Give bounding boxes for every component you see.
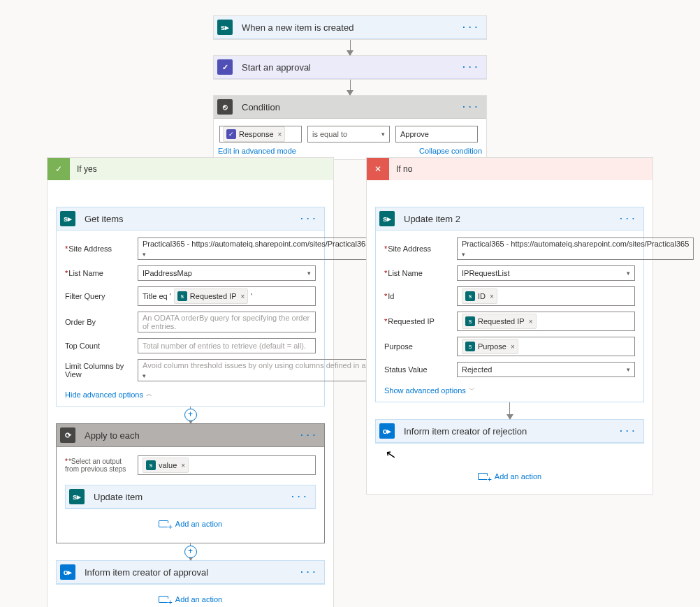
select-output-label: *Select an output from previous steps — [65, 458, 132, 473]
list-name-select[interactable]: IPaddressMap ▾ — [138, 265, 316, 281]
condition-menu-icon[interactable]: · · · — [458, 102, 482, 112]
token-remove-icon[interactable]: × — [527, 318, 533, 326]
token-response[interactable]: ✓ Response × — [223, 126, 285, 142]
approval-menu-icon[interactable]: · · · — [458, 62, 482, 72]
add-action-label: Add an action — [175, 595, 222, 604]
token-remove-icon[interactable]: × — [509, 343, 515, 351]
requested-ip-input[interactable]: s Requested IP × — [457, 312, 635, 331]
hide-advanced-text: Hide advanced options — [65, 390, 143, 399]
show-advanced-link[interactable]: Show advanced options ﹀ — [384, 383, 635, 397]
arrow: + — [56, 543, 325, 560]
order-by-input[interactable]: An ODATA orderBy query for specifying th… — [138, 312, 316, 332]
top-count-input[interactable]: Total number of entries to retrieve (def… — [138, 338, 316, 353]
add-action-button[interactable]: Add an action — [56, 585, 325, 604]
site-address-select[interactable]: Practical365 - https://automateiq.sharep… — [138, 237, 374, 260]
add-step-icon[interactable]: + — [184, 546, 197, 558]
update-item-2-menu-icon[interactable]: · · · — [615, 214, 639, 224]
token-remove-icon[interactable]: × — [180, 462, 185, 469]
update-item-title: Update item — [88, 492, 287, 502]
field-label: Status Value — [384, 365, 451, 374]
chevron-down-icon: ▾ — [627, 366, 630, 373]
purpose-input[interactable]: s Purpose × — [457, 337, 635, 356]
inform-rejection-menu-icon[interactable]: · · · — [615, 426, 639, 436]
token-label: value — [159, 461, 177, 469]
sharepoint-icon: s▸ — [57, 207, 79, 230]
filter-query-input[interactable]: Title eq ' s Requested IP × ' — [138, 286, 316, 306]
top-flow-stack: s▸ When a new item is created · · · ✓ St… — [213, 15, 487, 160]
select-output-input[interactable]: s value × — [138, 455, 316, 475]
edit-advanced-link[interactable]: Edit in advanced mode — [218, 147, 296, 155]
update-item-2-card[interactable]: s▸ Update item 2 · · · Site Address Prac… — [375, 207, 644, 402]
condition-icon: ⎋ — [214, 96, 236, 118]
token-id[interactable]: s ID × — [462, 288, 497, 304]
right-value-text: Approve — [400, 130, 429, 138]
id-input[interactable]: s ID × — [457, 286, 635, 306]
chevron-down-icon: ▾ — [462, 251, 465, 258]
chevron-up-icon: ︿ — [146, 390, 152, 399]
token-requested-ip[interactable]: s Requested IP × — [462, 314, 537, 329]
token-label: Purpose — [478, 342, 506, 351]
token-label: Response — [239, 130, 274, 138]
add-step-icon[interactable]: + — [184, 409, 197, 421]
sharepoint-icon: s▸ — [376, 207, 398, 230]
sharepoint-icon: s▸ — [214, 16, 236, 38]
site-address-value: Practical365 - https://automateiq.sharep… — [143, 240, 370, 248]
condition-operator-select[interactable]: is equal to ▾ — [307, 126, 390, 142]
check-icon: ✓ — [48, 158, 70, 180]
site-address-select[interactable]: Practical365 - https://automateiq.sharep… — [457, 237, 694, 260]
token-remove-icon[interactable]: × — [277, 131, 282, 138]
arrow — [213, 80, 487, 95]
add-action-icon — [159, 519, 171, 529]
chevron-down-icon: ▾ — [381, 131, 385, 138]
get-items-card[interactable]: s▸ Get items · · · Site Address Practica… — [56, 207, 325, 407]
add-action-button[interactable]: Add an action — [65, 509, 316, 529]
hide-advanced-link[interactable]: Hide advanced options ︿ — [65, 387, 316, 402]
field-label: Site Address — [65, 244, 132, 253]
token-requested-ip[interactable]: s Requested IP × — [174, 288, 249, 304]
sharepoint-icon: s▸ — [66, 485, 88, 508]
token-remove-icon[interactable]: × — [239, 293, 245, 300]
condition-card[interactable]: ⎋ Condition · · · ✓ Response × is equal … — [213, 95, 487, 160]
token-remove-icon[interactable]: × — [488, 293, 494, 300]
collapse-condition-link[interactable]: Collapse condition — [419, 147, 482, 155]
approval-card[interactable]: ✓ Start an approval · · · — [213, 55, 487, 80]
trigger-title: When a new item is created — [236, 22, 458, 33]
field-label: Purpose — [384, 342, 451, 351]
apply-each-title: Apply to each — [79, 430, 296, 441]
trigger-card[interactable]: s▸ When a new item is created · · · — [213, 15, 487, 40]
field-label: Filter Query — [65, 292, 132, 300]
outlook-icon: o▸ — [57, 561, 79, 583]
show-advanced-text: Show advanced options — [384, 386, 466, 395]
list-name-select[interactable]: IPRequestList ▾ — [457, 265, 635, 281]
top-count-placeholder: Total number of entries to retrieve (def… — [143, 342, 306, 350]
token-label: Requested IP — [478, 317, 525, 326]
operator-value: is equal to — [312, 130, 347, 138]
trigger-menu-icon[interactable]: · · · — [458, 22, 482, 32]
update-item-menu-icon[interactable]: · · · — [287, 492, 311, 502]
filter-prefix: Title eq ' — [143, 292, 171, 300]
chevron-down-icon: ▾ — [627, 270, 630, 277]
add-action-button[interactable]: Add an action — [375, 444, 644, 481]
token-value[interactable]: s value × — [143, 458, 189, 473]
inform-approval-menu-icon[interactable]: · · · — [296, 567, 320, 577]
status-select[interactable]: Rejected ▾ — [457, 362, 635, 377]
condition-right-value[interactable]: Approve — [395, 126, 478, 142]
condition-left-operand[interactable]: ✓ Response × — [219, 126, 302, 142]
cross-icon: ✕ — [367, 158, 389, 180]
inform-rejection-card[interactable]: o▸ Inform item creator of rejection · · … — [375, 419, 644, 444]
get-items-menu-icon[interactable]: · · · — [296, 214, 320, 224]
apply-each-menu-icon[interactable]: · · · — [296, 430, 320, 440]
inform-approval-card[interactable]: o▸ Inform item creator of approval · · · — [56, 560, 325, 585]
if-yes-label: If yes — [70, 164, 97, 174]
approval-token-icon: ✓ — [226, 129, 236, 139]
field-label: Order By — [65, 318, 132, 326]
approval-title: Start an approval — [236, 62, 458, 73]
apply-to-each-card[interactable]: ⟳ Apply to each · · · *Select an output … — [56, 423, 325, 543]
update-item-card[interactable]: s▸ Update item · · · — [65, 485, 316, 509]
token-purpose[interactable]: s Purpose × — [462, 339, 518, 354]
limit-view-select[interactable]: Avoid column threshold issues by only us… — [138, 359, 388, 381]
if-no-branch: ✕ If no s▸ Update item 2 · · · Site Addr… — [366, 157, 653, 495]
field-label: Top Count — [65, 342, 132, 350]
token-label: Requested IP — [190, 292, 237, 300]
list-name-value: IPaddressMap — [143, 269, 192, 277]
